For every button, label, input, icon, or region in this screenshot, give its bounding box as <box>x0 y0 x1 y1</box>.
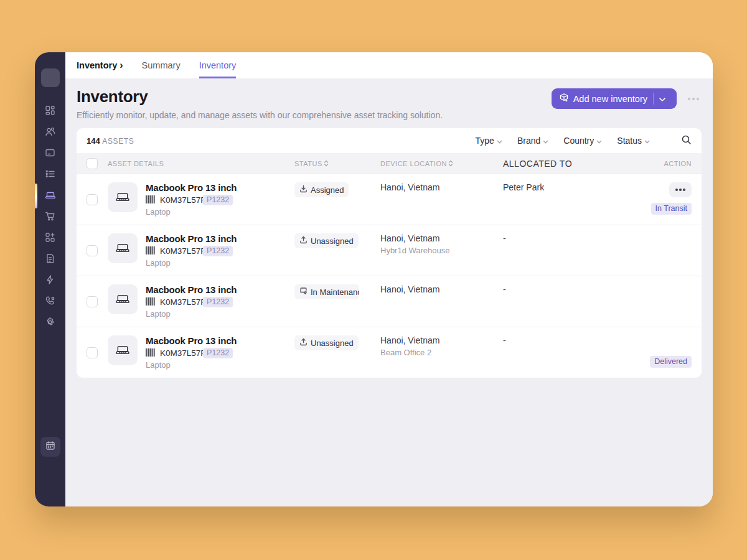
people-icon <box>45 126 55 139</box>
sidebar-item-settings[interactable] <box>35 312 65 334</box>
phone-icon <box>45 296 55 309</box>
column-allocated-to[interactable]: ALLOCATED TO <box>503 159 622 169</box>
row-checkbox[interactable] <box>87 296 98 307</box>
asset-count-value: 144 <box>87 136 100 146</box>
laptop-thumbnail <box>108 182 138 212</box>
card-icon <box>45 147 55 161</box>
asset-count-label: ASSETS <box>102 137 134 146</box>
filter-status[interactable]: Status <box>617 136 650 146</box>
barcode-icon <box>146 348 160 358</box>
asset-serial: K0M37L57R <box>160 348 207 358</box>
allocated-to: - <box>503 225 622 276</box>
apps-add-icon <box>45 232 55 245</box>
asset-serial: K0M37L57R <box>160 195 207 205</box>
add-inventory-button[interactable]: Add new inventory <box>552 88 677 109</box>
active-indicator <box>35 184 37 208</box>
row-checkbox[interactable] <box>87 347 98 358</box>
filter-brand[interactable]: Brand <box>517 136 548 146</box>
column-status[interactable]: STATUS <box>294 160 380 167</box>
table-row[interactable]: Macbook Pro 13 inch K0M37L57R P1232 Lapt… <box>77 327 702 378</box>
chevron-right-icon: › <box>120 60 123 71</box>
main-panel: Inventory › Summary Inventory Inventory … <box>65 52 713 506</box>
column-asset-details[interactable]: ASSET DETAILS <box>108 160 294 167</box>
search-icon <box>681 134 692 147</box>
topbar: Inventory › Summary Inventory <box>65 52 713 78</box>
table-row[interactable]: Macbook Pro 13 inch K0M37L57R P1232 Lapt… <box>77 276 702 327</box>
shipping-status-badge: In Transit <box>651 203 692 215</box>
allocated-to: Peter Park <box>503 174 622 225</box>
add-inventory-label: Add new inventory <box>573 94 647 104</box>
table-toolbar: 144 ASSETS Type Brand Country <box>77 128 702 153</box>
asset-category: Laptop <box>146 360 237 370</box>
asset-category: Laptop <box>146 309 237 319</box>
sidebar-item-dashboard[interactable] <box>35 101 65 122</box>
asset-serial: K0M37L57R <box>160 297 207 307</box>
asset-serial: K0M37L57R <box>160 246 207 256</box>
table-row[interactable]: Macbook Pro 13 inch K0M37L57R P1232 Lapt… <box>77 174 702 225</box>
table-row[interactable]: Macbook Pro 13 inch K0M37L57R P1232 Lapt… <box>77 225 702 276</box>
chevron-down-icon <box>644 136 650 146</box>
sidebar-item-apps-add[interactable] <box>35 228 65 249</box>
row-checkbox[interactable] <box>87 194 98 205</box>
filter-country[interactable]: Country <box>563 136 602 146</box>
status-icon <box>299 235 308 246</box>
device-sublocation: Beam Office 2 <box>380 348 503 357</box>
breadcrumb-label: Inventory <box>77 60 117 70</box>
search-button[interactable] <box>681 134 692 147</box>
chevron-down-icon <box>497 136 502 146</box>
sidebar-item-phone[interactable] <box>35 291 65 312</box>
device-location: Hanoi, Vietnam <box>380 335 503 345</box>
barcode-icon <box>146 195 160 205</box>
column-device-location[interactable]: DEVICE LOCATION <box>380 160 503 167</box>
tab-inventory[interactable]: Inventory <box>199 52 237 78</box>
page-subtitle: Efficiently monitor, update, and manage … <box>77 110 443 120</box>
table-body: Macbook Pro 13 inch K0M37L57R P1232 Lapt… <box>77 174 702 378</box>
inventory-table: 144 ASSETS Type Brand Country <box>77 128 702 378</box>
status-pill: Unassigned <box>294 233 359 248</box>
sidebar-item-cart[interactable] <box>35 207 65 228</box>
dashboard-icon <box>45 105 55 118</box>
asset-count: 144 ASSETS <box>87 136 134 146</box>
sidebar-item-assets[interactable] <box>35 185 65 207</box>
allocated-to: - <box>503 276 622 327</box>
select-all-checkbox[interactable] <box>87 158 98 169</box>
device-location: Hanoi, Vietnam <box>380 182 503 192</box>
sidebar-item-checklist[interactable] <box>35 164 65 185</box>
button-divider <box>653 93 654 105</box>
column-action: ACTION <box>622 160 692 167</box>
asset-category: Laptop <box>146 207 237 217</box>
asset-tag-badge: P1232 <box>203 348 233 358</box>
page-menu-button[interactable] <box>685 95 702 103</box>
row-menu-button[interactable] <box>669 182 692 197</box>
breadcrumb[interactable]: Inventory › <box>77 52 123 78</box>
asset-category: Laptop <box>146 258 237 268</box>
app-window: Inventory › Summary Inventory Inventory … <box>35 52 713 506</box>
device-location: Hanoi, Vietnam <box>380 284 503 294</box>
row-checkbox[interactable] <box>87 245 98 256</box>
asset-name: Macbook Pro 13 inch <box>146 284 237 295</box>
sidebar-item-card[interactable] <box>35 143 65 164</box>
sidebar-item-document[interactable] <box>35 249 65 270</box>
sort-icon <box>324 160 329 167</box>
checklist-icon <box>45 169 55 182</box>
status-pill: In Maintenance <box>294 284 359 299</box>
sidebar-item-people[interactable] <box>35 122 65 143</box>
laptop-thumbnail <box>108 335 138 365</box>
filter-type[interactable]: Type <box>476 136 502 146</box>
sidebar-item-calendar[interactable] <box>40 437 60 457</box>
chevron-down-icon <box>596 136 602 146</box>
sidebar-item-lightning[interactable] <box>35 270 65 291</box>
device-location: Hanoi, Vietnam <box>380 233 503 243</box>
sort-icon <box>448 160 453 167</box>
sidebar <box>35 52 65 506</box>
barcode-icon <box>146 297 160 307</box>
app-logo <box>41 68 60 87</box>
tab-summary[interactable]: Summary <box>142 52 181 78</box>
barcode-icon <box>146 246 160 256</box>
asset-name: Macbook Pro 13 inch <box>146 233 237 244</box>
document-icon <box>45 253 55 266</box>
gear-icon <box>45 317 55 330</box>
shipping-status-badge: Delivered <box>650 356 692 368</box>
laptop-thumbnail <box>108 284 138 314</box>
asset-name: Macbook Pro 13 inch <box>146 182 237 193</box>
